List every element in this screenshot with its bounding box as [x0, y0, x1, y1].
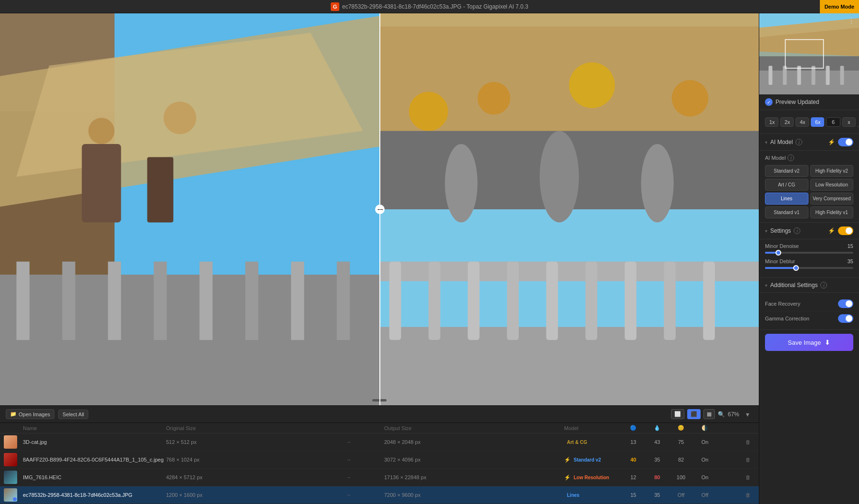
- svg-point-27: [540, 131, 579, 223]
- model-standard-v2-button[interactable]: Standard v2: [765, 165, 808, 177]
- svg-rect-47: [797, 66, 801, 85]
- svg-rect-35: [546, 262, 558, 340]
- model-low-resolution-button[interactable]: Low Resolution: [810, 179, 854, 191]
- split-divider[interactable]: ⟷: [379, 13, 380, 405]
- additional-section-content: Face Recovery Gamma Correction: [759, 293, 859, 330]
- denoise-col-icon: 🔵: [630, 425, 637, 431]
- ai-model-info-icon[interactable]: i: [796, 139, 802, 145]
- image-left-panel: [0, 13, 379, 405]
- ai-model-sublabel-info[interactable]: i: [787, 154, 794, 161]
- col-original-size: Original Size: [166, 425, 346, 431]
- file-model: ⚡Standard v2: [564, 456, 621, 463]
- settings-lightning-icon: ⚡: [828, 227, 835, 234]
- preview-check-icon: ✓: [765, 98, 773, 106]
- settings-header-left: ▾ Settings i: [765, 227, 800, 234]
- table-row[interactable]: 3D-cat.jpg 512 × 512 px → 2048 × 2048 px…: [0, 433, 759, 451]
- svg-point-21: [409, 92, 448, 131]
- zoom-value: 67%: [728, 411, 739, 418]
- model-high-fidelity-v2-button[interactable]: High Fidelity v2: [810, 165, 854, 177]
- window-title: ec78532b-2958-4381-8c18-7df46c02c53a.JPG…: [342, 3, 528, 10]
- minor-denoise-label: Minor Denoise: [765, 243, 799, 249]
- minor-deblur-thumb[interactable]: [793, 265, 799, 271]
- svg-rect-46: [783, 66, 787, 85]
- file-delete[interactable]: 🗑: [741, 474, 755, 480]
- col-v2: 💧: [645, 425, 669, 431]
- model-art-cg-button[interactable]: Art / CG: [765, 179, 808, 191]
- demo-mode-badge: Demo Mode: [820, 0, 859, 13]
- svg-point-26: [445, 144, 478, 222]
- additional-settings-section-header[interactable]: ▾ Additional Settings i: [759, 278, 859, 293]
- svg-rect-5: [82, 144, 121, 222]
- preview-updated-banner: ✓ Preview Updated: [759, 94, 859, 110]
- split-handle[interactable]: ⟷: [375, 205, 385, 214]
- minor-denoise-thumb[interactable]: [775, 250, 781, 256]
- scale-x-button[interactable]: x: [842, 117, 856, 127]
- table-row[interactable]: ec78532b-2958-4381-8c18-7df46c02c53a.JPG…: [0, 486, 759, 504]
- split-view-icon: ⬛: [691, 411, 697, 417]
- ai-model-toggle[interactable]: [838, 138, 853, 146]
- file-val3: 82: [669, 457, 693, 463]
- ai-model-sublabel: AI Model i: [765, 154, 853, 161]
- svg-rect-38: [664, 262, 676, 340]
- minor-deblur-container: Minor Deblur 35: [765, 258, 853, 269]
- file-val4: On: [693, 457, 717, 463]
- save-image-button[interactable]: Save Image ⬇: [765, 334, 853, 351]
- file-val1: 12: [621, 474, 645, 480]
- file-val3: Off: [669, 492, 693, 498]
- file-thumbnail: [4, 488, 17, 502]
- file-val4: On: [693, 439, 717, 445]
- gamma-correction-label: Gamma Correction: [765, 316, 809, 321]
- svg-rect-50: [840, 66, 844, 85]
- save-image-label: Save Image: [788, 339, 821, 346]
- scale-custom-input[interactable]: [826, 117, 840, 127]
- more-button[interactable]: ⋮: [848, 16, 855, 25]
- file-thumb-container: [4, 435, 23, 449]
- file-arrow: →: [346, 492, 384, 498]
- svg-point-22: [478, 82, 510, 115]
- scale-4x-button[interactable]: 4x: [796, 117, 809, 127]
- ai-model-section-header[interactable]: ▾ AI Model i ⚡: [759, 134, 859, 151]
- file-delete[interactable]: 🗑: [741, 439, 755, 445]
- settings-section-header[interactable]: ▾ Settings i ⚡: [759, 223, 859, 239]
- ai-model-lightning-icon: ⚡: [828, 139, 835, 145]
- svg-point-24: [672, 80, 709, 117]
- col-v3: 😊: [669, 425, 693, 431]
- table-row[interactable]: 8AAFF220-B899-4F24-82C6-0C6F5444A17B_1_1…: [0, 451, 759, 469]
- file-delete[interactable]: 🗑: [741, 492, 755, 498]
- file-val3: 100: [669, 474, 693, 480]
- scale-2x-button[interactable]: 2x: [780, 117, 794, 127]
- side-view-button[interactable]: ▦: [703, 409, 715, 419]
- additional-header-left: ▾ Additional Settings i: [765, 282, 827, 288]
- face-recovery-row: Face Recovery: [765, 297, 853, 311]
- gamma-correction-toggle[interactable]: [838, 314, 853, 323]
- view-controls: ⬜ ⬛ ▦ 🔍 67% ▾: [671, 409, 753, 420]
- split-view-button[interactable]: ⬛: [687, 409, 701, 419]
- model-very-compressed-button[interactable]: Very Compressed: [810, 193, 854, 205]
- settings-toggle[interactable]: [838, 226, 853, 235]
- face-recovery-toggle[interactable]: [838, 299, 853, 308]
- svg-rect-12: [108, 262, 121, 340]
- open-images-button[interactable]: 📁 Open Images: [6, 409, 54, 419]
- scale-6x-button[interactable]: 6x: [811, 117, 824, 127]
- minor-deblur-row: Minor Deblur 35: [765, 258, 853, 264]
- model-standard-v1-button[interactable]: Standard v1: [765, 206, 808, 218]
- file-name: ec78532b-2958-4381-8c18-7df46c02c53a.JPG: [23, 492, 166, 498]
- scale-1x-button[interactable]: 1x: [765, 117, 778, 127]
- additional-info-icon[interactable]: i: [820, 282, 827, 288]
- svg-rect-44: [759, 71, 859, 94]
- file-delete[interactable]: 🗑: [741, 457, 755, 463]
- single-view-button[interactable]: ⬜: [671, 409, 684, 419]
- file-val4: Off: [693, 492, 717, 498]
- image-right-panel: [379, 13, 759, 405]
- preview-thumbnail: ⋮: [759, 13, 859, 94]
- select-all-button[interactable]: Select All: [58, 410, 88, 419]
- file-output-size: 2048 × 2048 px: [384, 439, 564, 445]
- file-thumb-container: [4, 471, 23, 484]
- file-val2: 80: [645, 474, 669, 480]
- table-row[interactable]: IMG_7616.HEIC 4284 × 5712 px → 17136 × 2…: [0, 469, 759, 486]
- settings-info-icon[interactable]: i: [794, 227, 800, 234]
- canvas-container[interactable]: ⟷: [0, 13, 759, 405]
- model-high-fidelity-v1-button[interactable]: High Fidelity v1: [810, 206, 854, 218]
- model-lines-button[interactable]: Lines: [765, 193, 808, 205]
- collapse-button[interactable]: ▾: [742, 409, 753, 420]
